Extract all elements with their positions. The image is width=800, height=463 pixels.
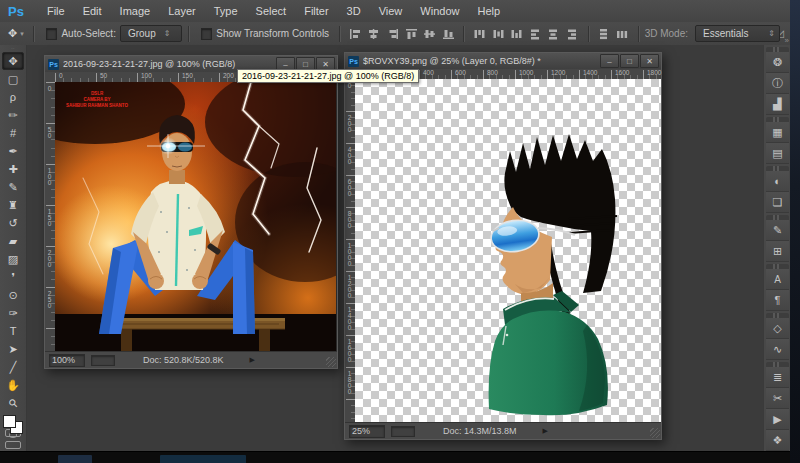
pen-tool[interactable]: ✑ [2,304,24,322]
spot-healing-brush-tool[interactable]: ✚ [2,160,24,178]
doc1-canvas[interactable]: DSLR CAMERA BY SAHIBUR RAHMAN SHANTO [55,82,337,352]
ruler-tick: 200 [45,248,54,267]
paragraph-panel-button[interactable]: ¶ [766,290,789,311]
toolbar-grip[interactable]: ∙∙ [11,46,14,51]
eraser-tool[interactable]: ▰ [2,232,24,250]
doc2-title-bar[interactable]: Ps $ROVXY39.png @ 25% (Layer 0, RGB/8#) … [345,53,661,70]
brush-tool[interactable]: ✎ [2,178,24,196]
paths-panel-button[interactable]: ∿ [766,339,789,360]
menu-type[interactable]: Type [205,0,247,22]
tools-panel: ∙∙ ✥ ▢ ρ ✏ # ✒ ✚ ✎ ♜ ↺ ▰ ▨ ❜ ⊙ ✑ T ➤ ╱ ✋… [0,45,27,451]
resize-grip[interactable] [326,357,336,367]
ruler-tick: 800 [485,69,498,77]
ruler-tick: 600 [345,177,354,196]
line-tool[interactable]: ╱ [2,358,24,376]
move-tool[interactable]: ✥ [2,52,24,70]
menu-layer[interactable]: Layer [159,0,205,22]
dodge-tool[interactable]: ⊙ [2,286,24,304]
3d-panel-button[interactable]: ◇ [766,318,789,339]
auto-select-dropdown[interactable]: Group ⇕ [120,25,182,42]
align-bottom-edges-button[interactable] [440,25,457,42]
menu-view[interactable]: View [370,0,412,22]
align-right-edges-button[interactable] [384,25,401,42]
align-top-edges-button[interactable] [403,25,420,42]
distribute-top-edges-button[interactable] [471,25,488,42]
ruler-tick: 400 [345,145,354,164]
menu-help[interactable]: Help [468,0,509,22]
maximize-button[interactable]: □ [620,54,639,68]
distribute-horizontal-centers-button[interactable] [546,25,563,42]
align-left-edges-button[interactable] [347,25,364,42]
adjustments-panel-button[interactable]: ◐ [766,171,789,192]
distribute-vertical-spacing-button[interactable] [596,25,613,42]
ruler-tick: 150 [45,207,54,226]
workspace-switcher[interactable]: Essentials ⇕ [695,25,780,42]
ruler-tick: 1800 [645,69,661,77]
quick-selection-tool[interactable]: ✏ [2,106,24,124]
active-tool-icon[interactable]: ✥ [8,27,17,40]
photo-caption-line2: CAMERA BY [83,97,110,102]
info-panel-button[interactable]: ⓘ [766,73,789,94]
tool-presets-panel-button[interactable]: ✂ [766,388,789,409]
layers-panel-button[interactable]: ❖ [766,430,789,451]
history-brush-tool[interactable]: ↺ [2,214,24,232]
doc1-size: Doc: 520.8K/520.8K [143,355,224,365]
distribute-horizontal-spacing-button[interactable] [614,25,631,42]
hand-tool[interactable]: ✋ [2,376,24,394]
character-panel-button[interactable]: A [766,269,789,290]
show-transform-checkbox[interactable] [201,28,213,40]
zoom-tool[interactable]: ⚲ [2,394,24,412]
taskbar-item[interactable] [160,455,246,463]
crop-tool[interactable]: # [2,124,24,142]
distribute-vertical-centers-button[interactable] [490,25,507,42]
clone-source-panel-button[interactable]: ⊞ [766,241,789,262]
close-button[interactable]: ✕ [640,54,659,68]
filename-tooltip: 2016-09-23-21-21-27.jpg @ 100% (RGB/8) [237,69,419,83]
distribute-bottom-edges-button[interactable] [508,25,525,42]
menu-edit[interactable]: Edit [74,0,111,22]
minimize-button[interactable]: – [600,54,619,68]
histogram-panel-button[interactable]: ▟ [766,94,789,115]
clone-stamp-tool[interactable]: ♜ [2,196,24,214]
layer-comps-panel-button[interactable]: ❏ [766,192,789,213]
resize-grip[interactable] [650,428,660,438]
distribute-left-edges-button[interactable] [527,25,544,42]
auto-select-checkbox[interactable] [46,28,58,40]
tool-preset-caret-icon[interactable]: ▾ [20,30,24,38]
doc2-canvas[interactable] [355,79,661,423]
ruler-tick: 0 [45,84,54,91]
swatches-panel-button[interactable]: ▦ [766,122,789,143]
path-selection-tool[interactable]: ➤ [2,340,24,358]
styles-panel-button[interactable]: ▤ [766,143,789,164]
menu-filter[interactable]: Filter [295,0,337,22]
screen-mode-button[interactable] [5,441,21,449]
doc2-window-buttons: – □ ✕ [599,54,659,68]
align-horizontal-centers-button[interactable] [366,25,383,42]
menu-3d[interactable]: 3D [338,0,370,22]
brush-panel-button[interactable]: ✎ [766,220,789,241]
align-vertical-centers-button[interactable] [421,25,438,42]
menu-select[interactable]: Select [247,0,296,22]
color-panel-button[interactable]: ❂ [766,52,789,73]
menu-window[interactable]: Window [411,0,468,22]
options-overflow-icon[interactable]: » [785,36,789,45]
foreground-color-swatch[interactable] [3,415,16,428]
status-menu-arrow-icon[interactable]: ▶ [250,356,255,364]
ruler-tick: 150 [180,72,193,80]
menu-image[interactable]: Image [111,0,160,22]
doc2-zoom-field[interactable]: 25% [349,425,385,438]
measurement-log-panel-button[interactable]: ≣ [766,367,789,388]
eyedropper-tool[interactable]: ✒ [2,142,24,160]
type-tool[interactable]: T [2,322,24,340]
gradient-tool[interactable]: ▨ [2,250,24,268]
actions-panel-button[interactable]: ▶ [766,409,789,430]
doc1-zoom-field[interactable]: 100% [49,354,85,367]
blur-tool[interactable]: ❜ [2,268,24,286]
taskbar-item[interactable] [58,455,92,463]
status-menu-arrow-icon[interactable]: ▶ [543,427,548,435]
lasso-tool[interactable]: ρ [2,88,24,106]
rectangular-marquee-tool[interactable]: ▢ [2,70,24,88]
menu-file[interactable]: File [38,0,74,22]
ruler-tick: 100 [139,72,152,80]
distribute-right-edges-button[interactable] [564,25,581,42]
